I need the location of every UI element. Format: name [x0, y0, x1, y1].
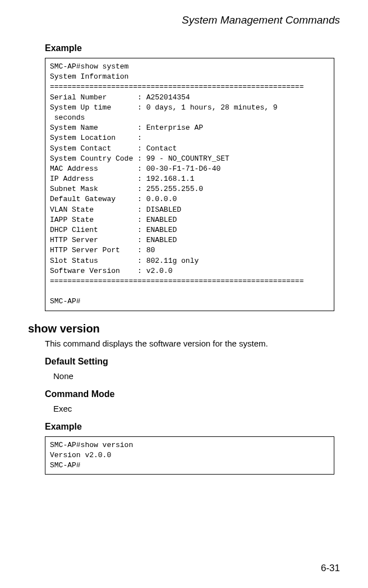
- chapter-title: System Management Commands: [28, 14, 340, 26]
- default-setting-value: None: [53, 371, 340, 381]
- command-description: This command displays the software versi…: [45, 339, 340, 348]
- example-heading-1: Example: [45, 43, 340, 53]
- command-heading-show-version: show version: [28, 322, 340, 335]
- command-mode-value: Exec: [53, 404, 340, 413]
- show-system-output: SMC-AP#show system System Information ==…: [45, 58, 334, 311]
- command-mode-label: Command Mode: [45, 389, 340, 399]
- page-container: System Management Commands Example SMC-A…: [0, 0, 368, 486]
- default-setting-label: Default Setting: [45, 357, 340, 367]
- show-version-output: SMC-AP#show version Version v2.0.0 SMC-A…: [45, 436, 334, 475]
- example-heading-2: Example: [45, 422, 340, 432]
- page-number: 6-31: [321, 563, 340, 574]
